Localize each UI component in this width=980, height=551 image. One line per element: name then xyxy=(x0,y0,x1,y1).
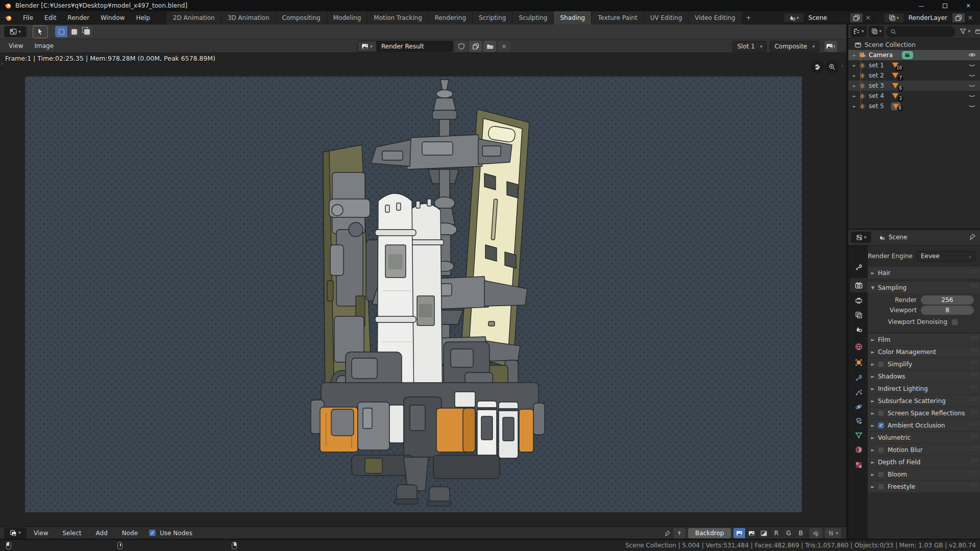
panel-grip-icon[interactable]: :::: xyxy=(970,348,978,353)
channel-button[interactable]: G xyxy=(782,528,795,538)
scene-name-field[interactable]: Scene xyxy=(803,13,850,22)
editor-type-dropdown[interactable]: ▾ xyxy=(4,26,27,37)
properties-panel-row[interactable]: ► Volumetric :::: xyxy=(868,432,980,443)
menu-item[interactable]: Help xyxy=(130,11,155,24)
pin-icon[interactable] xyxy=(969,233,976,240)
tab-world[interactable] xyxy=(850,339,868,354)
snap-icon[interactable] xyxy=(810,528,822,538)
camera-data-icon[interactable] xyxy=(902,51,913,59)
menu-item[interactable]: Render xyxy=(62,11,95,24)
workspace-tab[interactable]: 3D Animation xyxy=(222,11,276,24)
panel-grip-icon[interactable]: :::: xyxy=(970,284,978,288)
new-view-layer-button[interactable] xyxy=(952,13,965,22)
zoom-view-button[interactable] xyxy=(825,60,839,73)
outliner-set-row[interactable]: ► set 2 7 xyxy=(848,70,980,81)
panel-checkbox[interactable]: ✓ xyxy=(878,422,884,429)
properties-panel-row[interactable]: ► Film :::: xyxy=(868,334,980,345)
tab-constraints[interactable] xyxy=(850,414,868,428)
view-layer-browse-button[interactable]: ▾ xyxy=(884,13,903,22)
workspace-tab[interactable]: Compositing xyxy=(276,11,327,24)
workspace-tab[interactable]: UV Editing xyxy=(644,11,689,24)
properties-panel-row[interactable]: ► Color Management :::: xyxy=(868,346,980,358)
expand-icon[interactable]: ► xyxy=(851,104,857,109)
editor-options-dropdown[interactable]: ▾ xyxy=(825,528,841,538)
properties-panel-row[interactable]: ► Motion Blur :::: xyxy=(868,444,980,456)
eye-closed-icon[interactable] xyxy=(968,72,976,79)
outliner-editor-type-dropdown[interactable]: ▾ xyxy=(851,26,867,37)
eye-closed-icon[interactable] xyxy=(968,82,976,89)
properties-panel-row[interactable]: ► ✓ Ambient Occlusion :::: xyxy=(868,419,980,431)
maximize-button[interactable] xyxy=(933,0,957,11)
outliner-set-row[interactable]: ► set 3 6 xyxy=(848,81,980,91)
workspace-tab[interactable]: Video Editing xyxy=(689,11,742,24)
new-collection-button[interactable] xyxy=(975,28,980,35)
collapse-region-arrow-left[interactable]: › xyxy=(1,60,3,67)
tab-output[interactable] xyxy=(850,293,868,308)
expand-icon[interactable]: ► xyxy=(851,73,857,78)
tab-modifiers[interactable] xyxy=(850,370,868,385)
sampling-viewport-field[interactable]: 8 xyxy=(921,306,974,315)
tab-scene[interactable] xyxy=(850,322,868,336)
minimize-button[interactable]: — xyxy=(910,0,933,11)
menu-item[interactable]: Edit xyxy=(39,11,62,24)
use-nodes-checkbox[interactable]: ✓ xyxy=(149,530,156,536)
unlink-image-button[interactable]: ✕ xyxy=(498,41,510,52)
workspace-tab[interactable]: Shading xyxy=(554,11,592,24)
panel-grip-icon[interactable]: :::: xyxy=(970,372,978,377)
viewport-denoising-checkbox[interactable] xyxy=(951,319,958,325)
new-image-button[interactable] xyxy=(469,41,482,52)
workspace-tab[interactable]: Scripting xyxy=(473,11,512,24)
scene-browse-button[interactable]: ▾ xyxy=(784,13,803,22)
workspace-tab[interactable]: 2D Animation xyxy=(167,11,222,24)
outliner-camera-row[interactable]: ► Camera xyxy=(848,50,980,60)
slot-dropdown[interactable]: Slot 1▾ xyxy=(732,41,767,52)
panel-grip-icon[interactable]: :::: xyxy=(970,360,978,365)
properties-panel-row[interactable]: ► Depth of Field :::: xyxy=(868,456,980,468)
workspace-tab[interactable]: Sculpting xyxy=(512,11,554,24)
tab-object[interactable] xyxy=(850,355,868,369)
menu-item[interactable]: Add xyxy=(89,527,115,539)
menu-item[interactable]: File xyxy=(17,11,39,24)
expand-icon[interactable]: ► xyxy=(851,63,857,68)
workspace-tab[interactable]: Modeling xyxy=(327,11,368,24)
properties-panel-row[interactable]: ► Shadows :::: xyxy=(868,370,980,382)
workspace-tab[interactable]: Motion Tracking xyxy=(368,11,428,24)
outliner-set-row[interactable]: ► set 1 10 xyxy=(848,60,980,70)
pin-icon[interactable] xyxy=(664,530,671,537)
eye-closed-icon[interactable] xyxy=(968,103,976,109)
expand-icon[interactable]: ► xyxy=(851,84,857,88)
tab-view-layer[interactable] xyxy=(850,308,868,322)
panel-grip-icon[interactable]: :::: xyxy=(970,409,978,414)
workspace-tab[interactable]: Rendering xyxy=(429,11,473,24)
close-button[interactable]: ✕ xyxy=(957,0,980,11)
properties-panel-row[interactable]: ► Freestyle :::: xyxy=(868,481,980,492)
workspace-tab[interactable]: Texture Paint xyxy=(592,11,644,24)
panel-hair[interactable]: ► Hair :::: xyxy=(868,267,980,279)
select-mode-new-button[interactable] xyxy=(68,26,81,37)
panel-grip-icon[interactable]: :::: xyxy=(970,483,978,487)
panel-grip-icon[interactable]: :::: xyxy=(970,446,978,450)
remove-view-layer-button[interactable]: ✕ xyxy=(965,13,976,22)
tab-physics[interactable] xyxy=(850,399,868,414)
outliner-set-row[interactable]: ► set 4 3 xyxy=(848,91,980,101)
tab-tool[interactable] xyxy=(850,260,868,274)
open-image-button[interactable] xyxy=(483,41,496,52)
filter-icon[interactable]: ▾ xyxy=(957,26,973,37)
eye-open-icon[interactable] xyxy=(968,52,976,58)
add-workspace-button[interactable]: + xyxy=(742,11,755,24)
backdrop-color-alpha-button[interactable] xyxy=(733,528,746,538)
tab-material[interactable] xyxy=(850,442,868,457)
panel-grip-icon[interactable]: :::: xyxy=(970,336,978,340)
display-channels-dropdown[interactable]: ▾ xyxy=(824,41,837,52)
blender-menu-logo-icon[interactable] xyxy=(4,14,12,21)
unlink-scene-button[interactable]: ✕ xyxy=(863,13,874,22)
panel-checkbox[interactable] xyxy=(878,447,884,453)
pass-dropdown[interactable]: Composite▾ xyxy=(770,41,819,52)
panel-grip-icon[interactable]: :::: xyxy=(970,421,978,426)
new-scene-button[interactable] xyxy=(850,13,863,22)
menu-item[interactable]: View xyxy=(3,39,29,53)
properties-panel-row[interactable]: ► Subsurface Scattering :::: xyxy=(868,395,980,407)
render-engine-dropdown[interactable]: Eevee ⌄ xyxy=(917,251,976,262)
eye-closed-icon[interactable] xyxy=(968,62,976,68)
panel-grip-icon[interactable]: :::: xyxy=(970,434,978,438)
